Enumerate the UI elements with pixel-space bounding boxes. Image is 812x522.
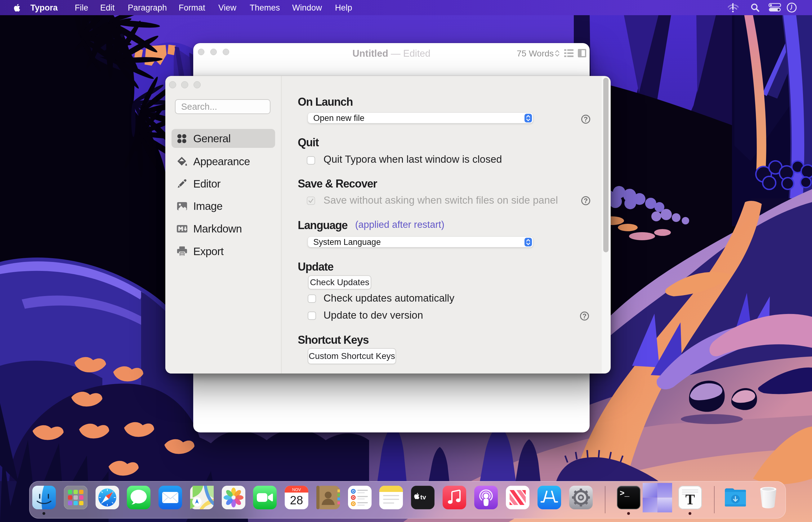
svg-text:NOV: NOV bbox=[292, 487, 301, 492]
svg-text:tv: tv bbox=[420, 494, 426, 501]
svg-text:>_: >_ bbox=[620, 489, 630, 498]
svg-text:28: 28 bbox=[290, 494, 303, 507]
svg-text:T: T bbox=[685, 491, 695, 507]
